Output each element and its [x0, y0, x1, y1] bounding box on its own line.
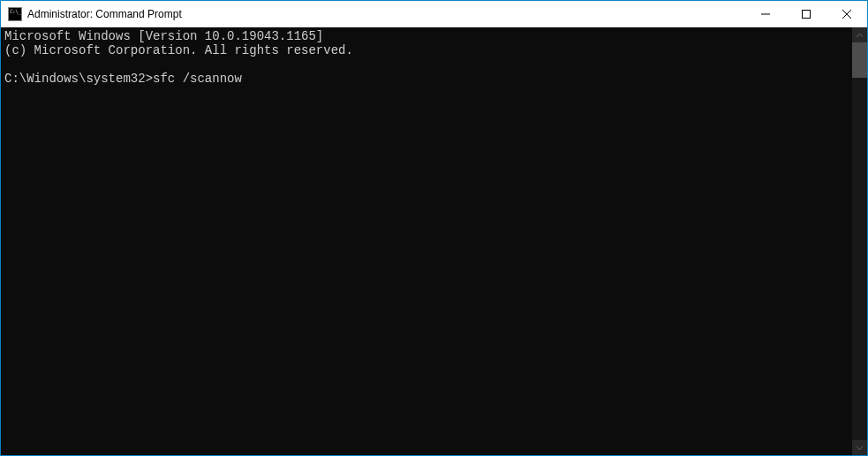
command-prompt-window: Administrator: Command Prompt Microsoft …	[0, 0, 868, 456]
copyright-line: (c) Microsoft Corporation. All rights re…	[4, 43, 353, 57]
scroll-up-button[interactable]	[852, 27, 867, 42]
terminal-area: Microsoft Windows [Version 10.0.19043.11…	[1, 27, 867, 455]
titlebar[interactable]: Administrator: Command Prompt	[1, 1, 867, 27]
maximize-button[interactable]	[786, 1, 826, 27]
scroll-down-button[interactable]	[852, 440, 867, 455]
cmd-icon	[8, 7, 22, 21]
close-button[interactable]	[826, 1, 867, 27]
chevron-down-icon	[857, 446, 863, 450]
scroll-thumb[interactable]	[852, 42, 867, 78]
version-line: Microsoft Windows [Version 10.0.19043.11…	[4, 29, 323, 43]
terminal-output[interactable]: Microsoft Windows [Version 10.0.19043.11…	[1, 27, 852, 455]
window-controls	[745, 1, 867, 27]
prompt-text: C:\Windows\system32>	[4, 72, 153, 86]
minimize-icon	[761, 10, 770, 19]
vertical-scrollbar[interactable]	[852, 27, 867, 455]
command-input[interactable]: sfc /scannow	[153, 72, 242, 86]
minimize-button[interactable]	[745, 1, 786, 27]
svg-rect-1	[803, 11, 811, 19]
chevron-up-icon	[857, 34, 863, 37]
close-icon	[842, 10, 851, 19]
window-title: Administrator: Command Prompt	[27, 1, 745, 27]
maximize-icon	[802, 10, 811, 19]
